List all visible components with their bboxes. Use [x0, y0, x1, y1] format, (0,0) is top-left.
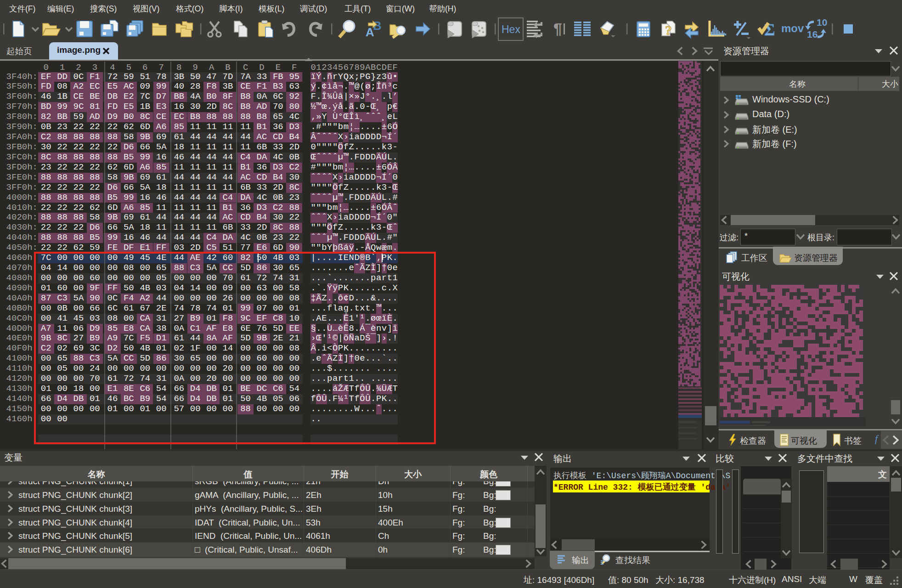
- svg-text:?: ?: [665, 23, 672, 38]
- svg-text:Hex: Hex: [502, 23, 520, 35]
- svg-text:16: 16: [807, 29, 817, 40]
- svg-text:10: 10: [817, 17, 827, 28]
- svg-text:¶: ¶: [553, 20, 562, 37]
- svg-text:mov: mov: [781, 22, 804, 34]
